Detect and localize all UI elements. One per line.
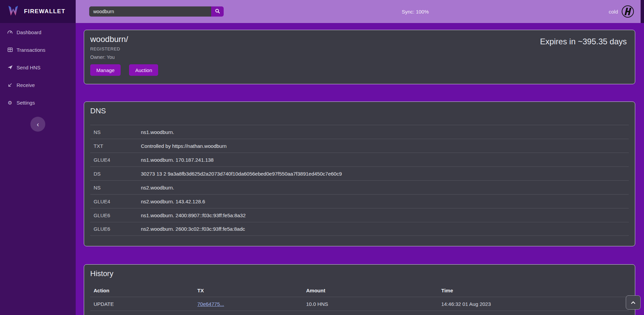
dns-record-value: ns2.woodburn. bbox=[141, 185, 629, 190]
history-row: RENEW 472e5c4... 10.0 HNS 15:47:36 07 Fe… bbox=[90, 311, 629, 315]
search-bar bbox=[89, 6, 224, 17]
history-card: History Action TX Amount Time UPDATE 70e… bbox=[84, 264, 635, 315]
chevron-up-icon bbox=[631, 300, 636, 305]
handshake-logo[interactable] bbox=[621, 5, 635, 18]
dns-record-type: GLUE6 bbox=[94, 226, 141, 232]
sidebar-item-label: Send HNS bbox=[17, 65, 41, 70]
dns-record-value: ns2.woodburn. 2600:3c02::f03c:93ff:fe5a:… bbox=[141, 226, 629, 232]
dns-record-value: ns1.woodburn. 2400:8907::f03c:93ff:fe5a:… bbox=[141, 212, 629, 218]
history-row: UPDATE 70e64775... 10.0 HNS 14:46:32 01 … bbox=[90, 297, 629, 311]
dns-card-title: DNS bbox=[90, 107, 106, 115]
dns-record-type: TXT bbox=[94, 143, 141, 149]
domain-owner: Owner: You bbox=[90, 54, 629, 60]
dns-record-type: NS bbox=[94, 129, 141, 135]
dns-record-row: GLUE6 ns2.woodburn. 2600:3c02::f03c:93ff… bbox=[90, 222, 629, 236]
sidebar: FIREWALLET Dashboard bbox=[0, 0, 76, 315]
column-header-action: Action bbox=[94, 288, 197, 293]
domain-actions: Manage Auction bbox=[90, 64, 629, 76]
sidebar-item-label: Dashboard bbox=[17, 29, 41, 35]
sidebar-item-send-hns[interactable]: Send HNS bbox=[0, 59, 76, 76]
sidebar-item-dashboard[interactable]: Dashboard bbox=[0, 23, 76, 41]
dns-record-value: 30273 13 2 9a3a8fb3d625d2a2073d740f10da6… bbox=[141, 171, 629, 177]
history-action: UPDATE bbox=[94, 301, 197, 307]
history-table-header: Action TX Amount Time bbox=[90, 284, 629, 297]
wallet-name: cold bbox=[609, 9, 618, 15]
wallet-switcher: cold bbox=[609, 0, 644, 23]
tx-link[interactable]: 70e64775... bbox=[197, 301, 224, 307]
app-window: FIREWALLET Dashboard bbox=[0, 0, 644, 315]
dns-record-value: ns1.woodburn. 170.187.241.138 bbox=[141, 157, 629, 163]
dns-record-value: ns1.woodburn. bbox=[141, 129, 629, 135]
dns-record-type: DS bbox=[94, 171, 141, 177]
sidebar-item-label: Receive bbox=[17, 82, 35, 88]
search-icon bbox=[215, 8, 220, 15]
dns-records-table: NS ns1.woodburn. TXT Controlled by https… bbox=[90, 125, 629, 236]
dns-record-row: GLUE4 ns1.woodburn. 170.187.241.138 bbox=[90, 153, 629, 166]
gear-icon: ⚙ bbox=[7, 100, 13, 105]
history-table: Action TX Amount Time UPDATE 70e64775...… bbox=[90, 284, 629, 315]
auction-button[interactable]: Auction bbox=[129, 64, 158, 76]
receive-arrow-icon bbox=[7, 83, 13, 88]
scrollbar-track bbox=[641, 0, 644, 23]
brand-block: FIREWALLET bbox=[0, 0, 76, 23]
domain-expiry: Expires in ~395.35 days bbox=[540, 37, 627, 46]
send-icon bbox=[7, 65, 13, 70]
dns-card: DNS NS ns1.woodburn. TXT Controlled by h… bbox=[84, 102, 635, 246]
dns-record-type: NS bbox=[94, 185, 141, 190]
main-content: woodburn/ REGISTERED Owner: You Manage A… bbox=[76, 23, 644, 315]
column-header-amount: Amount bbox=[306, 288, 441, 293]
dns-record-value: Controlled by https://nathan.woodburn bbox=[141, 143, 629, 149]
domain-card: woodburn/ REGISTERED Owner: You Manage A… bbox=[84, 30, 635, 84]
column-header-tx: TX bbox=[197, 288, 306, 293]
history-rows: UPDATE 70e64775... 10.0 HNS 14:46:32 01 … bbox=[90, 297, 629, 315]
history-amount: 10.0 HNS bbox=[306, 301, 441, 307]
history-time: 14:46:32 01 Aug 2023 bbox=[441, 301, 629, 307]
dns-record-row: NS ns2.woodburn. bbox=[90, 180, 629, 194]
domain-status: REGISTERED bbox=[90, 46, 629, 51]
dns-record-type: GLUE4 bbox=[94, 157, 141, 163]
dns-record-row: TXT Controlled by https://nathan.woodbur… bbox=[90, 139, 629, 153]
sidebar-item-label: Settings bbox=[17, 100, 35, 106]
dns-record-type: GLUE6 bbox=[94, 212, 141, 218]
sidebar-nav: Dashboard Transactions S bbox=[0, 23, 76, 111]
search-button[interactable] bbox=[211, 6, 224, 17]
firewallet-w-logo bbox=[7, 5, 20, 18]
sync-status: Sync: 100% bbox=[402, 0, 429, 23]
sidebar-item-transactions[interactable]: Transactions bbox=[0, 41, 76, 59]
dns-record-row: GLUE4 ns2.woodburn. 143.42.128.6 bbox=[90, 194, 629, 208]
history-card-title: History bbox=[90, 269, 113, 278]
topbar: Sync: 100% cold bbox=[76, 0, 644, 23]
gauge-icon bbox=[7, 29, 13, 35]
column-header-time: Time bbox=[441, 288, 629, 293]
chevron-left-icon: ‹ bbox=[37, 120, 39, 128]
table-icon bbox=[7, 47, 13, 52]
dns-record-row: DS 30273 13 2 9a3a8fb3d625d2a2073d740f10… bbox=[90, 166, 629, 180]
sidebar-collapse-button[interactable]: ‹ bbox=[30, 117, 45, 132]
dns-record-row: NS ns1.woodburn. bbox=[90, 125, 629, 139]
dns-record-value: ns2.woodburn. 143.42.128.6 bbox=[141, 199, 629, 204]
brand-name: FIREWALLET bbox=[24, 8, 66, 15]
sidebar-item-label: Transactions bbox=[17, 47, 45, 53]
sidebar-item-settings[interactable]: ⚙ Settings bbox=[0, 94, 76, 111]
search-input[interactable] bbox=[89, 6, 211, 17]
dns-record-row: GLUE6 ns1.woodburn. 2400:8907::f03c:93ff… bbox=[90, 208, 629, 222]
manage-button[interactable]: Manage bbox=[90, 64, 121, 76]
dns-record-type: GLUE4 bbox=[94, 199, 141, 204]
scroll-to-top-button[interactable] bbox=[626, 295, 641, 310]
sidebar-item-receive[interactable]: Receive bbox=[0, 76, 76, 94]
